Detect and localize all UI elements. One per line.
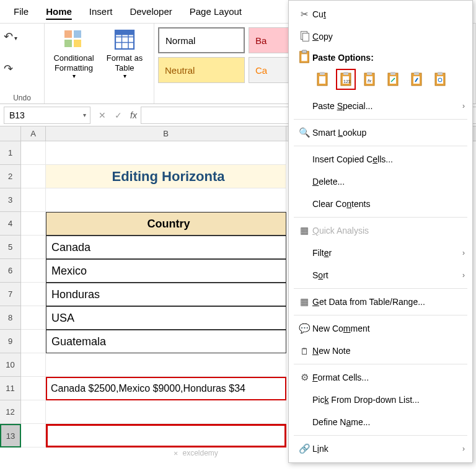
cell[interactable] <box>46 353 286 377</box>
format-as-table-label: Format as Table <box>99 53 150 73</box>
menu-clear-contents[interactable]: Clear Contents <box>289 193 472 215</box>
menu-paste-special[interactable]: Paste Special... › <box>289 95 472 117</box>
table-icon: ▦ <box>296 296 312 307</box>
cell[interactable] <box>21 188 46 212</box>
row-header[interactable]: 1 <box>0 141 21 165</box>
row-header[interactable]: 12 <box>0 400 21 424</box>
cell[interactable] <box>21 212 46 236</box>
format-as-table-icon <box>113 29 136 51</box>
row-header[interactable]: 9 <box>0 330 21 353</box>
tab-insert[interactable]: Insert <box>81 1 121 22</box>
cell[interactable] <box>21 424 46 447</box>
column-header-b[interactable]: B <box>46 126 286 141</box>
svg-rect-2 <box>64 40 72 47</box>
cell[interactable]: USA <box>46 306 286 330</box>
column-header-a[interactable]: A <box>21 126 46 141</box>
row-header[interactable]: 3 <box>0 188 21 212</box>
watermark: ✕ exceldemy <box>174 449 218 457</box>
name-box[interactable]: B13 ▾ <box>4 107 90 124</box>
chevron-down-icon[interactable]: ▾ <box>83 112 86 118</box>
cell[interactable] <box>21 283 46 306</box>
svg-rect-14 <box>301 54 307 61</box>
row-header[interactable]: 7 <box>0 283 21 306</box>
paste-link[interactable] <box>430 69 450 90</box>
menu-link[interactable]: 🔗 Link › <box>289 438 472 460</box>
cell[interactable] <box>21 141 46 165</box>
menu-delete[interactable]: Delete... <box>289 170 472 193</box>
svg-rect-34 <box>438 72 443 75</box>
redo-button[interactable]: ↷ <box>4 62 40 76</box>
cancel-formula-button[interactable]: ✕ <box>94 110 110 120</box>
menu-pick-dropdown[interactable]: Pick From Drop-down List... <box>289 389 472 411</box>
svg-text:fx: fx <box>368 78 372 84</box>
menu-new-comment[interactable]: 💬 New Comment <box>289 317 472 340</box>
title-cell[interactable]: Editing Horizonta <box>46 165 286 188</box>
header-cell[interactable]: Country <box>46 212 286 236</box>
row-header[interactable]: 2 <box>0 165 21 188</box>
menu-sort[interactable]: Sort › <box>289 264 472 286</box>
cell[interactable] <box>21 236 46 259</box>
svg-rect-23 <box>367 72 372 75</box>
paste-formatting[interactable] <box>407 69 426 90</box>
row-header[interactable]: 5 <box>0 236 21 259</box>
cell[interactable] <box>46 141 286 165</box>
chevron-right-icon: › <box>462 249 465 257</box>
cell[interactable] <box>46 188 286 212</box>
selected-cell[interactable] <box>46 424 286 447</box>
svg-rect-1 <box>74 30 81 38</box>
menu-filter[interactable]: Filter › <box>289 242 472 264</box>
row-header[interactable]: 4 <box>0 212 21 236</box>
menu-get-data[interactable]: ▦ Get Data from Table/Range... <box>289 291 472 313</box>
conditional-formatting-icon <box>63 29 85 51</box>
menu-cut[interactable]: ✂ Cut <box>289 3 472 25</box>
paste-formulas[interactable]: fx <box>359 69 379 90</box>
menu-insert-copied[interactable]: Insert Copied Cells... <box>289 148 472 170</box>
cell[interactable]: Canada <box>46 236 286 259</box>
cell[interactable]: Mexico <box>46 259 286 283</box>
tab-developer[interactable]: Developer <box>121 1 180 22</box>
svg-rect-3 <box>74 40 81 47</box>
cell[interactable] <box>21 400 46 424</box>
menu-format-cells[interactable]: ⚙ Format Cells... <box>289 366 472 389</box>
row-header[interactable]: 13 <box>0 424 21 447</box>
select-all-corner[interactable] <box>0 126 21 141</box>
style-neutral[interactable]: Neutral <box>158 57 245 83</box>
format-as-table-button[interactable]: Format as Table ▾ <box>99 26 150 79</box>
row-header[interactable]: 6 <box>0 259 21 283</box>
cell[interactable] <box>21 165 46 188</box>
ribbon-label-undo: Undo <box>4 91 40 102</box>
cell[interactable] <box>46 400 286 424</box>
svg-rect-0 <box>64 30 72 38</box>
cell[interactable] <box>21 377 46 400</box>
accept-formula-button[interactable]: ✓ <box>110 110 126 120</box>
paste-transpose[interactable] <box>383 69 403 90</box>
fx-icon[interactable]: fx <box>126 110 141 120</box>
menu-new-note[interactable]: 🗒 New Note <box>289 340 472 362</box>
menu-copy[interactable]: Copy <box>289 25 472 48</box>
undo-button[interactable]: ↶▾ <box>4 30 17 43</box>
paste-values[interactable]: 123 <box>336 69 356 90</box>
cell[interactable] <box>21 353 46 377</box>
tab-home[interactable]: Home <box>37 1 81 22</box>
cell[interactable] <box>21 259 46 283</box>
tab-file[interactable]: File <box>5 1 37 22</box>
paste-all[interactable] <box>312 69 332 90</box>
svg-rect-16 <box>320 72 325 75</box>
menu-define-name[interactable]: Define Name... <box>289 411 472 433</box>
cell[interactable]: Guatemala <box>46 330 286 353</box>
row-header[interactable]: 10 <box>0 353 21 377</box>
cell[interactable] <box>21 306 46 330</box>
menu-smart-lookup[interactable]: 🔍 Smart Lookup <box>289 121 472 144</box>
svg-rect-19 <box>343 72 348 75</box>
cell[interactable]: Honduras <box>46 283 286 306</box>
cell[interactable] <box>21 330 46 353</box>
row-header[interactable]: 11 <box>0 377 21 400</box>
svg-text:123: 123 <box>343 79 351 84</box>
row-header[interactable]: 8 <box>0 306 21 330</box>
conditional-formatting-button[interactable]: Conditional Formatting ▾ <box>48 26 99 79</box>
formula-result-cell[interactable]: Canada $2500,Mexico $9000,Honduras $34 <box>46 377 286 400</box>
style-normal[interactable]: Normal <box>158 27 245 53</box>
chevron-right-icon: › <box>462 271 465 280</box>
tab-page-layout[interactable]: Page Layout <box>181 1 250 22</box>
svg-rect-11 <box>302 33 309 42</box>
